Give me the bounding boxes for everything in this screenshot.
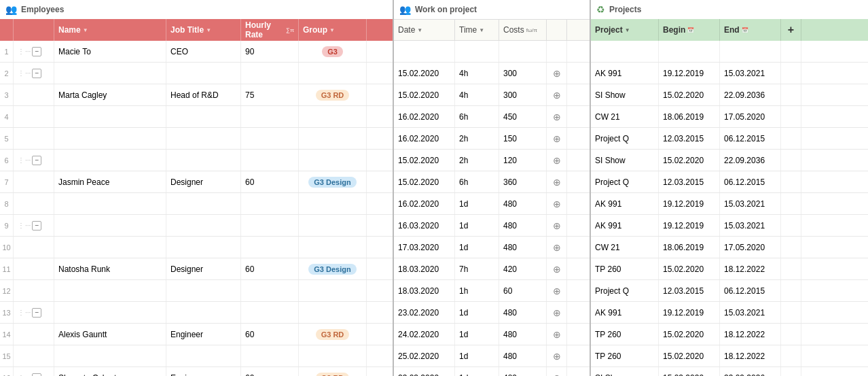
work-expand-icon[interactable]: ⊕ (547, 215, 567, 236)
work-expand-icon[interactable]: ⊕ (547, 258, 567, 279)
col-costs-header[interactable]: Costs fω/π (499, 20, 547, 40)
expand-button[interactable]: − (32, 373, 41, 377)
project-end: 06.12.2015 (720, 280, 781, 301)
projects-section-header: ♻ Projects (591, 0, 868, 19)
employee-group (299, 302, 367, 323)
row-controls (14, 128, 54, 149)
expand-button[interactable]: − (32, 221, 41, 230)
work-costs: 480 (499, 215, 547, 236)
project-row: CW 2118.06.201917.05.2020 (591, 237, 868, 258)
table-row: 7Jasmin PeaceDesigner60G3 Design (0, 171, 393, 193)
time-sort-icon: ▼ (479, 27, 484, 33)
employee-hourly (241, 237, 299, 258)
expand-button[interactable]: − (32, 69, 41, 78)
expand-button[interactable]: − (32, 156, 41, 165)
col-rownum-emp (0, 19, 14, 41)
col-time-header[interactable]: Time ▼ (455, 20, 499, 40)
row-controls (14, 106, 54, 127)
work-time: 1d (455, 193, 499, 214)
employee-hourly (241, 128, 299, 149)
work-expand-icon[interactable]: ⊕ (547, 345, 567, 366)
work-row: 15.02.20202h120⊕ (394, 150, 590, 171)
col-add-header[interactable]: + (781, 19, 801, 41)
employees-body: 1⋮···−Macie ToCEO90G32⋮···−3Marta Cagley… (0, 41, 393, 376)
project-row: AK 99119.12.201915.03.2021 (591, 193, 868, 215)
work-time: 1d (455, 237, 499, 258)
work-row: 18.03.20201h60⊕ (394, 280, 590, 302)
row-dots2: ··· (25, 48, 31, 55)
work-row (394, 41, 590, 63)
employee-group: G3 RD (299, 367, 367, 376)
col-date-header[interactable]: Date ▼ (394, 20, 455, 40)
work-row: 16.02.20206h450⊕ (394, 106, 590, 128)
work-time: 4h (455, 63, 499, 84)
table-row: 10 (0, 237, 393, 258)
add-col-icon[interactable]: + (788, 24, 794, 36)
projects-body: AK 99119.12.201915.03.2021SI Show15.02.2… (591, 41, 868, 376)
project-end: 17.05.2020 (720, 237, 781, 258)
col-jobtitle-header[interactable]: Job Title ▼ (166, 19, 241, 41)
employee-job (166, 106, 241, 127)
col-end-header[interactable]: End 📅 (720, 19, 781, 41)
employee-group (299, 63, 367, 84)
work-time: 2h (455, 128, 499, 149)
project-name: SI Show (591, 84, 659, 105)
work-expand-icon[interactable]: ⊕ (547, 128, 567, 149)
table-row: 12 (0, 280, 393, 302)
row-number: 11 (0, 258, 14, 279)
work-expand-icon[interactable]: ⊕ (547, 324, 567, 345)
work-expand-icon[interactable]: ⊕ (547, 106, 567, 127)
work-date: 18.03.2020 (394, 258, 455, 279)
work-date: 16.02.2020 (394, 106, 455, 127)
employee-hourly (241, 63, 299, 84)
work-date: 24.02.2020 (394, 324, 455, 345)
work-expand-icon[interactable]: ⊕ (547, 302, 567, 323)
work-expand-icon[interactable]: ⊕ (547, 84, 567, 105)
work-row: 23.02.20201d480⊕ (394, 302, 590, 324)
row-number: 1 (0, 41, 14, 62)
row-number: 9 (0, 215, 14, 236)
work-expand-icon[interactable]: ⊕ (547, 367, 567, 376)
work-expand-icon[interactable]: ⊕ (547, 193, 567, 214)
col-hourlyrate-header[interactable]: Hourly Rate ∑π (241, 19, 299, 41)
employee-job: Engineer (166, 324, 241, 345)
work-costs: 480 (499, 367, 547, 376)
table-row: 2⋮···− (0, 63, 393, 84)
work-expand-icon (547, 41, 567, 62)
col-begin-header[interactable]: Begin 📅 (659, 19, 720, 41)
work-costs: 480 (499, 324, 547, 345)
employee-hourly: 60 (241, 171, 299, 192)
employee-group (299, 193, 367, 214)
work-expand-icon[interactable]: ⊕ (547, 150, 567, 171)
project-begin: 15.02.2020 (659, 367, 720, 376)
col-project-header[interactable]: Project ▼ (591, 19, 659, 41)
employee-group (299, 150, 367, 171)
project-name: TP 260 (591, 324, 659, 345)
employee-group (299, 345, 367, 366)
col-name-header[interactable]: Name ▼ (54, 19, 166, 41)
group-sort-icon: ▼ (329, 27, 335, 33)
employee-job (166, 150, 241, 171)
employee-job (166, 345, 241, 366)
work-expand-icon[interactable]: ⊕ (547, 171, 567, 192)
work-expand-icon[interactable]: ⊕ (547, 280, 567, 301)
work-costs: 120 (499, 150, 547, 171)
project-row: Project Q12.03.201506.12.2015 (591, 128, 868, 150)
expand-button[interactable]: − (32, 308, 41, 318)
work-expand-icon[interactable]: ⊕ (547, 237, 567, 258)
work-time: 1d (455, 324, 499, 345)
employee-hourly (241, 302, 299, 323)
employee-group: G3 RD (299, 84, 367, 105)
project-name: CW 21 (591, 106, 659, 127)
group-tag: G3 RD (316, 329, 350, 340)
employee-hourly (241, 345, 299, 366)
col-group-header[interactable]: Group ▼ (299, 19, 367, 41)
employee-hourly: 90 (241, 41, 299, 62)
project-begin: 15.02.2020 (659, 324, 720, 345)
work-date: 23.03.2020 (394, 367, 455, 376)
expand-button[interactable]: − (32, 47, 41, 56)
work-costs: 480 (499, 193, 547, 214)
project-end: 15.03.2021 (720, 193, 781, 214)
group-tag: G3 Design (308, 264, 356, 275)
work-expand-icon[interactable]: ⊕ (547, 63, 567, 84)
